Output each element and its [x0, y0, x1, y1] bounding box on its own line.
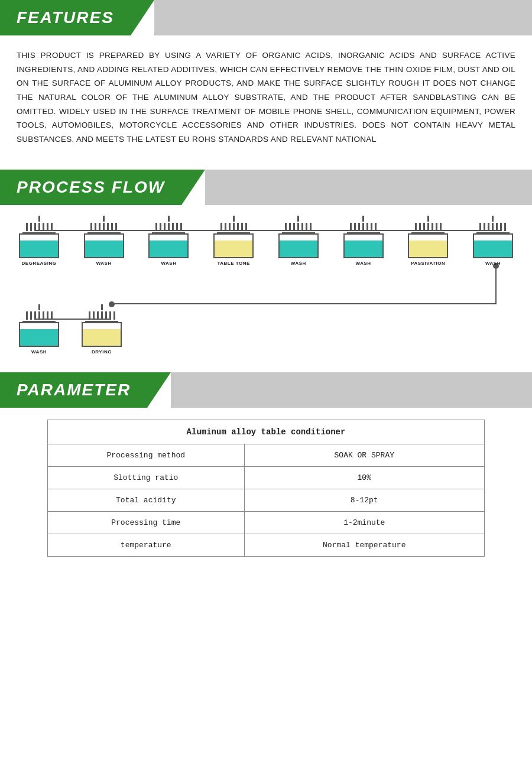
tank-label-wash-3: WASH	[291, 261, 306, 266]
rack-tooth	[47, 223, 48, 231]
tank-label-wash-5: WASH	[485, 261, 501, 266]
tank-rack	[85, 216, 123, 233]
table-row-temperature: temperature Normal temperature	[48, 534, 485, 557]
param-value-processing-time: 1-2minute	[244, 512, 484, 534]
tank-body	[213, 233, 254, 258]
table-row-total-acidity: Total acidity 8-12pt	[48, 489, 485, 512]
tank-fill	[85, 241, 123, 257]
process-flow-title: PROCESS FLOW	[17, 178, 165, 197]
rack-tooth	[38, 223, 40, 231]
features-title-bg: FEATURES	[0, 0, 131, 35]
tank-label-wash-bottom: WASH	[31, 349, 47, 355]
param-table-wrapper: Aluminum alloy table conditioner Process…	[0, 408, 532, 574]
parameter-triangle	[147, 372, 171, 408]
flow-row-2: WASH	[17, 304, 515, 355]
features-text: THIS PRODUCT IS PREPARED BY USING A VARI…	[0, 35, 532, 164]
param-value-processing-method: SOAK OR SPRAY	[244, 444, 484, 467]
parameter-gray-bar	[171, 372, 532, 408]
tank-label-wash-1: WASH	[96, 261, 112, 266]
param-label-temperature: temperature	[48, 534, 245, 557]
process-flow-gray-bar	[205, 170, 532, 205]
rack-tooth	[34, 223, 36, 231]
tank-drying: DRYING	[82, 304, 122, 355]
tank-wash-bottom: WASH	[19, 304, 59, 355]
table-row-processing-method: Processing method SOAK OR SPRAY	[48, 444, 485, 467]
tank-label-wash-4: WASH	[356, 261, 371, 266]
tank-degreasing: DEGREASING	[19, 216, 59, 266]
parameter-title: PARAMETER	[17, 381, 131, 399]
table-title: Aluminum alloy table conditioner	[48, 420, 485, 444]
tank-fill	[20, 241, 58, 257]
features-title: FEATURES	[17, 8, 114, 27]
connector-right-vert	[495, 266, 497, 304]
tank-label-table-tone: TABLE TONE	[217, 261, 249, 266]
tank-wash-3: WASH	[278, 216, 319, 266]
tank-label-passivation: PASSIVATION	[411, 261, 445, 266]
param-table: Aluminum alloy table conditioner Process…	[47, 420, 485, 557]
param-label-slotting-ratio: Slotting ratio	[48, 467, 245, 489]
param-label-processing-method: Processing method	[48, 444, 245, 467]
flow-row-1: DEGREASING	[17, 216, 515, 266]
tank-passivation: PASSIVATION	[408, 216, 448, 266]
tank-label-wash-2: WASH	[161, 261, 176, 266]
tank-label-drying: DRYING	[92, 349, 112, 355]
process-flow-title-bg: PROCESS FLOW	[0, 170, 181, 205]
table-row-slotting-ratio: Slotting ratio 10%	[48, 467, 485, 489]
tank-label-degreasing: DEGREASING	[22, 261, 57, 266]
rack-tooth	[30, 223, 32, 231]
process-flow-triangle	[181, 170, 205, 205]
tank-fill	[150, 241, 187, 257]
param-value-slotting-ratio: 10%	[244, 467, 484, 489]
tank-fill	[215, 241, 252, 257]
features-header: FEATURES	[0, 0, 532, 35]
rack-horizontal	[22, 223, 56, 233]
rack-bar	[38, 216, 40, 222]
tank-wash-1: WASH	[84, 216, 124, 266]
parameter-title-bg: PARAMETER	[0, 372, 147, 408]
rack-bar	[103, 216, 105, 222]
tank-body	[84, 233, 124, 258]
rack-tooth	[26, 223, 28, 231]
tank-rack	[215, 216, 252, 233]
process-flow-section: PROCESS FLOW	[0, 170, 532, 366]
param-label-total-acidity: Total acidity	[48, 489, 245, 512]
process-flow-header: PROCESS FLOW	[0, 170, 532, 205]
tank-wash-4: WASH	[343, 216, 384, 266]
rack-horizontal	[87, 223, 121, 233]
param-value-temperature: Normal temperature	[244, 534, 484, 557]
tank-wash-2: WASH	[148, 216, 189, 266]
parameter-header: PARAMETER	[0, 372, 532, 408]
tank-body	[148, 233, 189, 258]
tank-rack	[20, 216, 58, 233]
rack-teeth	[26, 223, 53, 231]
features-gray-bar	[154, 0, 532, 35]
rack-tooth	[43, 223, 44, 231]
table-row-processing-time: Processing time 1-2minute	[48, 512, 485, 534]
features-section: FEATURES THIS PRODUCT IS PREPARED BY USI…	[0, 0, 532, 164]
param-value-total-acidity: 8-12pt	[244, 489, 484, 512]
tank-lines	[35, 243, 43, 255]
features-triangle	[131, 0, 154, 35]
tank-wash-5: WASH	[473, 216, 513, 266]
tank-table-tone: TABLE TONE	[213, 216, 254, 266]
rack-teeth	[90, 223, 117, 231]
param-label-processing-time: Processing time	[48, 512, 245, 534]
tank-rack	[150, 216, 187, 233]
tank-body	[19, 233, 59, 258]
parameter-section: PARAMETER Aluminum alloy table condition…	[0, 372, 532, 574]
rack-tooth	[51, 223, 53, 231]
